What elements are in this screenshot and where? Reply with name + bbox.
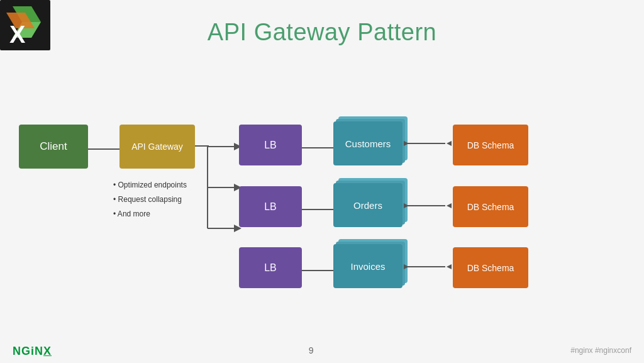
bottom-bar: NGiNX 9 #nginx #nginxconf xyxy=(0,338,644,363)
svg-marker-18 xyxy=(447,203,452,208)
dbl-arrow-3 xyxy=(402,262,453,272)
dbl-arrow-2 xyxy=(402,201,453,211)
svg-marker-21 xyxy=(447,264,452,269)
page-number: 9 xyxy=(309,345,314,355)
db1-box: DB Schema xyxy=(453,125,528,165)
lb3-box: LB xyxy=(239,247,302,288)
client-box: Client xyxy=(19,125,88,169)
db3-box: DB Schema xyxy=(453,247,528,288)
bullet-1: • Optimized endpoints xyxy=(113,178,187,193)
svg-marker-15 xyxy=(447,141,452,146)
lb2-box: LB xyxy=(239,186,302,227)
bullet-list: • Optimized endpoints • Request collapsi… xyxy=(113,178,187,221)
diagram: Client API Gateway • Optimized endpoints… xyxy=(0,52,644,363)
svg-marker-17 xyxy=(404,203,409,208)
top-logo: X xyxy=(0,0,50,50)
svg-marker-20 xyxy=(404,264,409,269)
bullet-3: • And more xyxy=(113,207,187,221)
bullet-2: • Request collapsing xyxy=(113,193,187,207)
arrow-gw-to-fork xyxy=(195,145,209,147)
svg-marker-13 xyxy=(404,141,409,146)
nginx-logo: NGiNX xyxy=(13,343,52,358)
slide-title: API Gateway Pattern xyxy=(0,13,644,46)
lb1-box: LB xyxy=(239,125,302,165)
slide: X API Gateway Pattern Client API Gateway… xyxy=(0,0,644,363)
api-gateway-box: API Gateway xyxy=(119,125,195,169)
svg-text:X: X xyxy=(9,21,26,48)
dbl-arrow-1 xyxy=(402,138,453,148)
hashtags: #nginx #nginxconf xyxy=(570,346,631,355)
db2-box: DB Schema xyxy=(453,186,528,227)
